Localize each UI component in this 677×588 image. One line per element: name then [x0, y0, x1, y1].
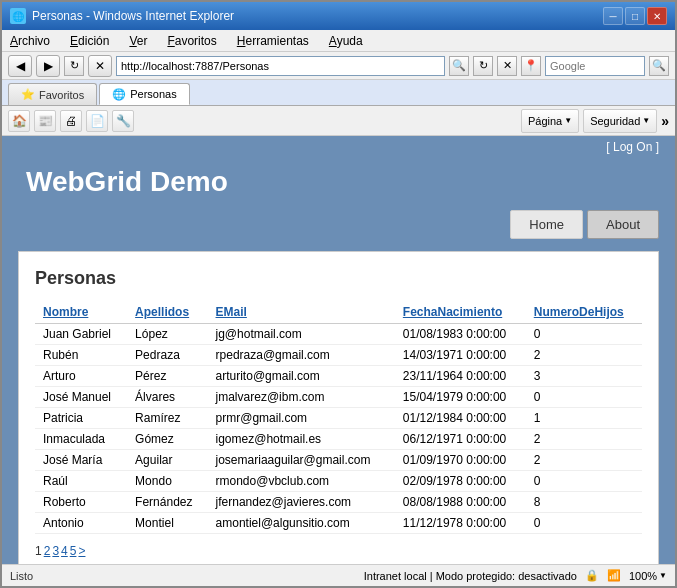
cell-hijos: 0 — [526, 513, 642, 534]
back-button[interactable]: ◀ — [8, 55, 32, 77]
search-input[interactable] — [545, 56, 645, 76]
cell-apellidos: López — [127, 324, 207, 345]
tab-personas[interactable]: 🌐 Personas — [99, 83, 189, 105]
forward-button[interactable]: ▶ — [36, 55, 60, 77]
home-toolbar-icon[interactable]: 🏠 — [8, 110, 30, 132]
close-button[interactable]: ✕ — [647, 7, 667, 25]
cell-nombre: Arturo — [35, 366, 127, 387]
cell-fecha: 08/08/1988 0:00:00 — [395, 492, 526, 513]
maps-icon: 📍 — [521, 56, 541, 76]
pagina-label: Página — [528, 115, 562, 127]
cell-apellidos: Fernández — [127, 492, 207, 513]
table-row: Juan GabrielLópezjg@hotmail.com01/08/198… — [35, 324, 642, 345]
refresh-icon[interactable]: ↻ — [473, 56, 493, 76]
toolbar: 🏠 📰 🖨 📄 🔧 Página ▼ Seguridad ▼ » — [2, 106, 675, 136]
seguridad-label: Seguridad — [590, 115, 640, 127]
cell-email: arturito@gmail.com — [208, 366, 395, 387]
cell-apellidos: Mondo — [127, 471, 207, 492]
cell-email: rpedraza@gmail.com — [208, 345, 395, 366]
page-link-2[interactable]: 2 — [44, 544, 51, 558]
table-row: José ManuelÁlvaresjmalvarez@ibm.com15/04… — [35, 387, 642, 408]
home-nav-button[interactable]: Home — [510, 210, 583, 239]
col-email-link[interactable]: EMail — [216, 305, 247, 319]
table-row: José MaríaAguilarjosemariaaguilar@gmail.… — [35, 450, 642, 471]
tab-favoritos[interactable]: ⭐ Favoritos — [8, 83, 97, 105]
cell-email: rmondo@vbclub.com — [208, 471, 395, 492]
table-row: RaúlMondormondo@vbclub.com02/09/1978 0:0… — [35, 471, 642, 492]
personas-grid: Nombre Apellidos EMail FechaNacimiento N… — [35, 301, 642, 534]
menu-favoritos[interactable]: Favoritos — [163, 33, 220, 49]
cell-nombre: José Manuel — [35, 387, 127, 408]
log-on-link[interactable]: [ Log On ] — [606, 140, 659, 154]
page-icon[interactable]: 📄 — [86, 110, 108, 132]
rss-icon[interactable]: 📰 — [34, 110, 56, 132]
cell-hijos: 8 — [526, 492, 642, 513]
search-go-icon[interactable]: 🔍 — [649, 56, 669, 76]
tab-favoritos-label: Favoritos — [39, 89, 84, 101]
zoom-control[interactable]: 100% ▼ — [629, 570, 667, 582]
stop-button[interactable]: ✕ — [88, 55, 112, 77]
col-apellidos-link[interactable]: Apellidos — [135, 305, 189, 319]
page-link->[interactable]: > — [78, 544, 85, 558]
page-link-3[interactable]: 3 — [52, 544, 59, 558]
col-fecha-link[interactable]: FechaNacimiento — [403, 305, 502, 319]
menu-edicion[interactable]: Edición — [66, 33, 113, 49]
cell-fecha: 15/04/1979 0:00:00 — [395, 387, 526, 408]
window-title: Personas - Windows Internet Explorer — [32, 9, 234, 23]
page-link-1[interactable]: 1 — [35, 544, 42, 558]
maximize-button[interactable]: □ — [625, 7, 645, 25]
cell-hijos: 0 — [526, 471, 642, 492]
cell-hijos: 0 — [526, 324, 642, 345]
table-header-row: Nombre Apellidos EMail FechaNacimiento N… — [35, 301, 642, 324]
page-link-5[interactable]: 5 — [70, 544, 77, 558]
col-apellidos: Apellidos — [127, 301, 207, 324]
cell-apellidos: Montiel — [127, 513, 207, 534]
cell-nombre: Inmaculada — [35, 429, 127, 450]
browser-window: 🌐 Personas - Windows Internet Explorer ─… — [0, 0, 677, 588]
table-row: InmaculadaGómezigomez@hotmail.es06/12/19… — [35, 429, 642, 450]
about-nav-button[interactable]: About — [587, 210, 659, 239]
cell-nombre: Patricia — [35, 408, 127, 429]
stop-icon[interactable]: ✕ — [497, 56, 517, 76]
cell-fecha: 06/12/1971 0:00:00 — [395, 429, 526, 450]
minimize-button[interactable]: ─ — [603, 7, 623, 25]
table-body: Juan GabrielLópezjg@hotmail.com01/08/198… — [35, 324, 642, 534]
toolbar-more-button[interactable]: » — [661, 113, 669, 129]
refresh-button[interactable]: ↻ — [64, 56, 84, 76]
status-right: Intranet local | Modo protegido: desacti… — [364, 569, 667, 582]
cell-email: amontiel@algunsitio.com — [208, 513, 395, 534]
favorites-star-icon: ⭐ — [21, 88, 35, 101]
page-link-4[interactable]: 4 — [61, 544, 68, 558]
search-icon: 🔍 — [449, 56, 469, 76]
menu-herramientas[interactable]: Herramientas — [233, 33, 313, 49]
pagina-dropdown[interactable]: Página ▼ — [521, 109, 579, 133]
cell-apellidos: Aguilar — [127, 450, 207, 471]
col-hijos-link[interactable]: NumeroDeHijos — [534, 305, 624, 319]
menu-ayuda[interactable]: Ayuda — [325, 33, 367, 49]
seguridad-dropdown[interactable]: Seguridad ▼ — [583, 109, 657, 133]
cell-nombre: Antonio — [35, 513, 127, 534]
cell-hijos: 0 — [526, 387, 642, 408]
menu-ver[interactable]: Ver — [125, 33, 151, 49]
content-area: Personas Nombre Apellidos EMail FechaNac… — [18, 251, 659, 564]
pagina-chevron-icon: ▼ — [564, 116, 572, 125]
toolbar-right: Página ▼ Seguridad ▼ » — [521, 109, 669, 133]
table-row: RubénPedrazarpedraza@gmail.com14/03/1971… — [35, 345, 642, 366]
col-nombre-link[interactable]: Nombre — [43, 305, 88, 319]
col-hijos: NumeroDeHijos — [526, 301, 642, 324]
col-nombre: Nombre — [35, 301, 127, 324]
tab-personas-label: Personas — [130, 88, 176, 100]
pagination: 1 2 3 4 5 > — [35, 544, 642, 558]
cell-fecha: 14/03/1971 0:00:00 — [395, 345, 526, 366]
cell-fecha: 23/11/1964 0:00:00 — [395, 366, 526, 387]
cell-nombre: Raúl — [35, 471, 127, 492]
address-input[interactable] — [116, 56, 445, 76]
table-row: PatriciaRamírezprmr@gmail.com01/12/1984 … — [35, 408, 642, 429]
tools-icon[interactable]: 🔧 — [112, 110, 134, 132]
menu-archivo[interactable]: Archivo — [6, 33, 54, 49]
section-title: Personas — [35, 268, 642, 289]
table-row: RobertoFernándezjfernandez@javieres.com0… — [35, 492, 642, 513]
cell-email: prmr@gmail.com — [208, 408, 395, 429]
print-icon[interactable]: 🖨 — [60, 110, 82, 132]
security-icon: 🔒 — [585, 569, 599, 582]
